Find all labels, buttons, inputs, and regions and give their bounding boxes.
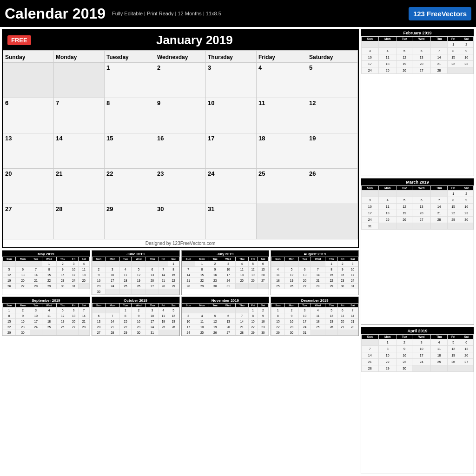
- calendar-day: 9: [92, 272, 105, 278]
- calendar-day: 25: [119, 284, 132, 289]
- calendar-day: 18: [378, 210, 397, 216]
- col-fri: Friday: [257, 51, 307, 63]
- calendar-day: 16: [155, 133, 206, 169]
- calendar-day: [431, 41, 448, 48]
- col-header: Thu: [56, 304, 69, 308]
- calendar-day: 3: [106, 267, 120, 272]
- calendar-day: 18: [257, 133, 307, 169]
- calendar-day: 25: [78, 278, 89, 284]
- calendar-day: [92, 308, 105, 313]
- calendar-day: 1: [378, 339, 397, 346]
- calendar-day: 27: [459, 359, 474, 365]
- page-header: Calendar 2019 Fully Editable | Print Rea…: [0, 0, 476, 27]
- calendar-day: 10: [146, 313, 159, 319]
- july-header: July 2019: [182, 251, 269, 257]
- calendar-day: 12: [397, 203, 412, 210]
- calendar-day: 2: [284, 308, 299, 313]
- calendar-day: 30: [56, 284, 69, 289]
- calendar-day: 5: [325, 308, 338, 313]
- calendar-day: 24: [146, 324, 159, 330]
- calendar-day: 26: [209, 330, 221, 336]
- page-title: Calendar 2019: [5, 5, 106, 22]
- december-header: December 2019: [271, 297, 358, 303]
- calendar-day: 5: [168, 308, 179, 313]
- calendar-day: 7: [431, 197, 448, 203]
- calendar-day: 31: [69, 284, 79, 289]
- calendar-day: [106, 308, 120, 313]
- calendar-day: 10: [362, 203, 379, 210]
- calendar-day: 14: [311, 272, 325, 278]
- col-header: Sun: [182, 304, 195, 308]
- calendar-day: 7: [347, 308, 358, 313]
- calendar-day: 28: [159, 284, 168, 289]
- calendar-day: 4: [257, 63, 307, 98]
- calendar-day: 10: [347, 267, 358, 272]
- calendar-day: 30: [258, 330, 269, 336]
- calendar-day: [397, 223, 412, 229]
- col-header: Sat: [347, 257, 358, 261]
- col-header: Mon: [106, 304, 120, 308]
- calendar-day: 21: [362, 359, 379, 365]
- calendar-day: 11: [195, 319, 209, 324]
- calendar-day: 6: [69, 308, 79, 313]
- calendar-day: [54, 63, 105, 98]
- calendar-day: [325, 330, 338, 336]
- calendar-day: 6: [92, 313, 105, 319]
- calendar-day: [132, 261, 146, 267]
- calendar-day: 20: [3, 169, 54, 204]
- col-header: Thu: [325, 257, 338, 261]
- calendar-day: 26: [168, 324, 179, 330]
- calendar-day: 28: [311, 284, 325, 289]
- may-grid: SunMonTueWedThuFriSat1234567891011121314…: [2, 257, 90, 289]
- calendar-day: 23: [284, 324, 299, 330]
- calendar-day: 13: [221, 319, 236, 324]
- calendar-day: 10: [299, 313, 311, 319]
- calendar-day: 12: [248, 267, 258, 272]
- calendar-day: 23: [459, 210, 474, 216]
- col-header: Wed: [42, 304, 56, 308]
- calendar-day: 17: [182, 324, 195, 330]
- calendar-day: [311, 330, 325, 336]
- calendar-day: 18: [271, 278, 284, 284]
- calendar-day: [412, 223, 431, 229]
- col-header: Sat: [78, 304, 89, 308]
- calendar-day: [30, 261, 42, 267]
- calendar-day: [257, 204, 307, 239]
- calendar-day: 17: [206, 133, 257, 169]
- calendar-day: [78, 330, 89, 336]
- col-header: Sat: [459, 335, 474, 339]
- calendar-day: 26: [284, 284, 299, 289]
- calendar-day: 18: [431, 352, 448, 359]
- calendar-day: 18: [78, 272, 89, 278]
- calendar-day: 7: [106, 313, 120, 319]
- calendar-day: 9: [155, 98, 206, 133]
- calendar-day: 8: [271, 313, 284, 319]
- calendar-day: 11: [159, 313, 168, 319]
- calendar-day: 14: [159, 272, 168, 278]
- calendar-day: 7: [311, 267, 325, 272]
- calendar-day: 30: [209, 284, 221, 289]
- free-badge: FREE: [7, 35, 31, 45]
- calendar-day: 29: [3, 330, 16, 336]
- col-header: Sat: [258, 304, 269, 308]
- calendar-day: 8: [3, 313, 16, 319]
- calendar-day: 26: [132, 284, 146, 289]
- col-header: Wed: [221, 304, 236, 308]
- col-header: Fri: [69, 257, 79, 261]
- col-header: Sat: [168, 304, 179, 308]
- col-header: Wed: [132, 304, 146, 308]
- calendar-day: 9: [284, 313, 299, 319]
- calendar-day: 9: [209, 267, 221, 272]
- calendar-day: [106, 261, 120, 267]
- calendar-day: 17: [146, 319, 159, 324]
- col-header: Sun: [271, 304, 284, 308]
- calendar-day: 29: [325, 284, 338, 289]
- col-header: Sat: [459, 185, 474, 190]
- march-side-header: March 2019: [361, 178, 474, 185]
- calendar-day: 18: [42, 319, 56, 324]
- calendar-day: [412, 190, 431, 197]
- april-side-calendar: April 2019SunMonTueWedThuFriSat123456789…: [361, 327, 474, 474]
- calendar-day: 6: [146, 267, 159, 272]
- calendar-day: 25: [311, 324, 325, 330]
- calendar-day: 2: [92, 267, 105, 272]
